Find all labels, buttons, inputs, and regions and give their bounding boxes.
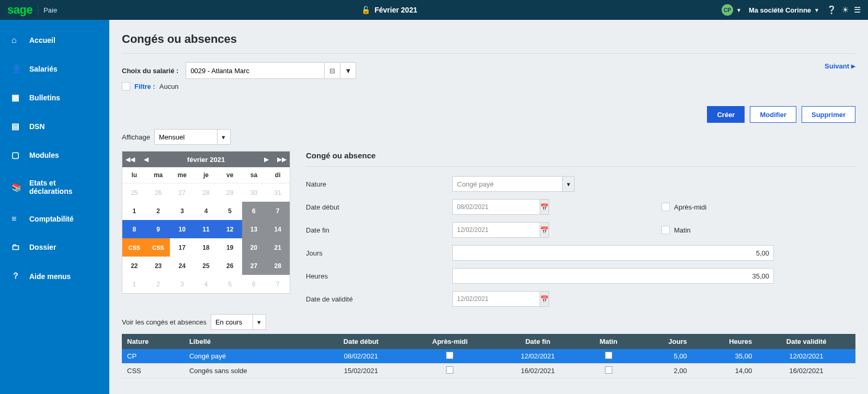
calendar-day-cell[interactable]: 23 [146,257,170,275]
calendar-prev-month[interactable]: ◀ [138,156,154,163]
sidebar-item-dossier[interactable]: 🗀Dossier [0,233,109,261]
modify-button[interactable]: Modifier [750,106,796,123]
calendar-day-cell[interactable]: 17 [170,238,194,257]
nature-select[interactable]: ▾ [452,176,575,192]
morning-checkbox[interactable] [661,226,670,234]
calendar-day-cell[interactable]: 19 [218,238,242,257]
calendar-day-cell[interactable]: 24 [170,257,194,275]
calendar-day-cell[interactable]: 25 [194,257,218,275]
calendar-day-cell[interactable]: 3 [170,275,194,293]
calendar-day-cell[interactable]: 11 [194,220,218,238]
calendar-day-cell[interactable]: 20 [242,238,266,257]
calendar-day-cell[interactable]: 7 [266,202,290,220]
chevron-down-icon[interactable]: ▾ [217,129,231,145]
checkbox-icon[interactable] [605,366,612,374]
calendar-day-cell[interactable]: 22 [122,257,146,275]
next-link[interactable]: Suivant ▶ [825,62,855,70]
table-header-cell[interactable]: Après-midi [405,334,495,349]
date-start-field[interactable] [452,199,540,215]
table-header-cell[interactable]: Nature [122,334,184,349]
nature-input[interactable] [452,176,562,192]
calendar-day-cell[interactable]: 27 [170,183,194,202]
calendar-day-cell[interactable]: 6 [242,202,266,220]
chevron-down-icon[interactable]: ▾ [562,176,575,192]
delete-button[interactable]: Supprimer [802,106,855,123]
afternoon-checkbox[interactable] [661,203,670,211]
date-start-input[interactable]: 📅 [452,199,510,215]
table-header-cell[interactable]: Date début [317,334,405,349]
calendar-day-cell[interactable]: 14 [266,220,290,238]
help-icon[interactable]: ❔ [827,5,837,15]
sidebar-item-modules[interactable]: ▢Modules [0,141,109,169]
lookup-icon[interactable]: ⊟ [324,63,340,78]
checkbox-icon[interactable] [446,352,453,359]
chevron-down-icon[interactable]: ▾ [253,314,266,330]
calendar-day-cell[interactable]: 29 [218,183,242,202]
period-display[interactable]: 🔓 Février 2021 [57,6,722,14]
calendar-day-cell[interactable]: 1 [122,202,146,220]
calendar-day-cell[interactable]: 8 [122,220,146,238]
calendar-next-year[interactable]: ▶▶ [274,156,290,163]
days-input[interactable] [452,245,774,261]
table-header-cell[interactable]: Libellé [184,334,317,349]
sidebar-item-aide[interactable]: ？Aide menus [0,261,109,291]
calendar-icon[interactable]: 📅 [540,222,549,238]
calendar-day-cell[interactable]: 10 [170,220,194,238]
hours-input[interactable] [452,268,774,284]
calendar-day-cell[interactable]: 26 [218,257,242,275]
date-end-field[interactable] [452,222,540,238]
calendar-day-cell[interactable]: 13 [242,220,266,238]
calendar-icon[interactable]: 📅 [540,291,549,307]
calendar-day-cell[interactable]: CSS [146,238,170,257]
sidebar-item-salaries[interactable]: 👤Salariés [0,54,109,83]
table-header-cell[interactable]: Date validité [757,334,855,349]
calendar-day-cell[interactable]: 21 [266,238,290,257]
sidebar-item-etats[interactable]: 📚Etats et déclarations [0,169,109,205]
view-input[interactable] [154,129,217,145]
calendar-day-cell[interactable]: 31 [266,183,290,202]
date-end-input[interactable]: 📅 [452,222,510,238]
validity-input[interactable]: 📅 [452,291,510,307]
calendar-day-cell[interactable]: 4 [194,202,218,220]
view-dropdown[interactable]: ▾ [154,129,231,145]
calendar-day-cell[interactable]: CSS [122,238,146,257]
calendar-day-cell[interactable]: 5 [218,202,242,220]
calendar-next-month[interactable]: ▶ [258,156,274,163]
table-header-cell[interactable]: Heures [692,334,758,349]
table-header-cell[interactable]: Matin [581,334,636,349]
company-selector[interactable]: Ma société Corinne ▼ [749,6,819,14]
calendar-day-cell[interactable]: 27 [242,257,266,275]
calendar-day-cell[interactable]: 28 [194,183,218,202]
sidebar-item-comptabilite[interactable]: ≡Comptabilité [0,205,109,233]
calendar-day-cell[interactable]: 1 [122,275,146,293]
calendar-day-cell[interactable]: 18 [194,238,218,257]
calendar-day-cell[interactable]: 30 [242,183,266,202]
sidebar-item-bulletins[interactable]: ▦Bulletins [0,83,109,112]
sidebar-item-accueil[interactable]: ⌂Accueil [0,26,109,54]
calendar-icon[interactable]: 📅 [540,199,549,215]
calendar-day-cell[interactable]: 28 [266,257,290,275]
calendar-day-cell[interactable]: 6 [242,275,266,293]
user-menu[interactable]: CP ▼ [722,4,741,16]
calendar-day-cell[interactable]: 5 [218,275,242,293]
employee-dropdown-button[interactable]: ▼ [340,62,356,79]
calendar-day-cell[interactable]: 25 [122,183,146,202]
filter-checkbox[interactable] [122,82,130,90]
create-button[interactable]: Créer [707,106,745,123]
calendar-day-cell[interactable]: 12 [218,220,242,238]
filter2-dropdown[interactable]: ▾ [211,314,266,330]
table-header-cell[interactable]: Date fin [495,334,581,349]
settings-list-icon[interactable]: ☰ [854,5,861,15]
employee-combobox[interactable]: ⊟ [186,62,340,79]
checkbox-icon[interactable] [446,366,453,374]
calendar-day-cell[interactable]: 2 [146,275,170,293]
calendar-prev-year[interactable]: ◀◀ [122,156,138,163]
calendar-day-cell[interactable]: 7 [266,275,290,293]
filter2-input[interactable] [211,314,253,330]
table-row[interactable]: CSSCongés sans solde15/02/202116/02/2021… [122,364,855,378]
table-header-cell[interactable]: Jours [636,334,692,349]
checkbox-icon[interactable] [605,352,612,359]
filter-label[interactable]: Filtre : [134,83,155,90]
calendar-day-cell[interactable]: 2 [146,202,170,220]
employee-input[interactable] [186,67,324,75]
